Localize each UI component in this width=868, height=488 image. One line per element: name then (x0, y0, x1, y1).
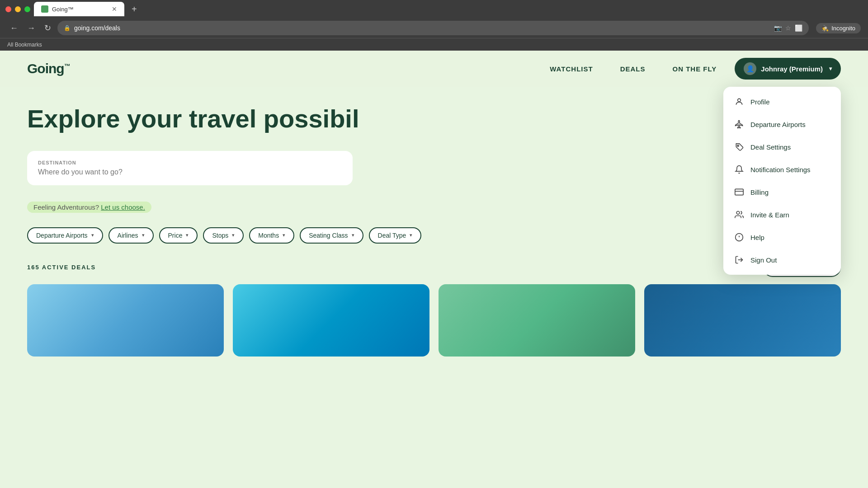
browser-chrome: Going™ ✕ + ← → ↻ 🔒 going.com/deals 📷 ☆ ⬜… (0, 0, 868, 51)
logo-text: Going™ (27, 61, 70, 76)
dropdown-departure-airports-label: Departure Airports (750, 121, 806, 128)
dropdown-sign-out-label: Sign Out (750, 256, 777, 264)
filter-chevron-icon: ▾ (91, 232, 94, 238)
device-icon[interactable]: ⬜ (795, 24, 802, 32)
dropdown-notification-settings-label: Notification Settings (750, 166, 811, 174)
star-icon[interactable]: ☆ (785, 24, 791, 32)
filter-chevron-icon: ▾ (232, 232, 235, 238)
user-avatar: 👤 (744, 62, 756, 75)
dropdown-help[interactable]: Help (723, 226, 841, 249)
filter-departure-airports[interactable]: Departure Airports ▾ (27, 227, 103, 244)
dropdown-departure-airports[interactable]: Departure Airports (723, 113, 841, 136)
tab-title: Going™ (52, 6, 74, 13)
reload-btn[interactable]: ↻ (42, 21, 54, 35)
browser-toolbar: ← → ↻ 🔒 going.com/deals 📷 ☆ ⬜ 🕵 Incognit… (0, 18, 868, 38)
dropdown-billing[interactable]: Billing (723, 181, 841, 203)
info-icon (734, 232, 744, 242)
tab-close-btn[interactable]: ✕ (112, 5, 117, 13)
tab-favicon (41, 5, 48, 13)
camera-off-icon: 📷 (774, 24, 782, 32)
user-menu-button[interactable]: 👤 Johnray (Premium) ▾ (735, 58, 841, 80)
search-input[interactable] (38, 168, 342, 176)
incognito-btn[interactable]: 🕵 Incognito (816, 23, 861, 33)
address-bar[interactable]: 🔒 going.com/deals 📷 ☆ ⬜ (57, 21, 809, 35)
dropdown-profile-label: Profile (750, 98, 770, 106)
filter-chevron-icon: ▾ (352, 232, 354, 238)
svg-rect-2 (735, 189, 743, 195)
dropdown-notification-settings[interactable]: Notification Settings (723, 158, 841, 181)
window-minimize-btn[interactable] (15, 6, 21, 12)
bookmarks-bar: All Bookmarks (0, 38, 868, 51)
window-close-btn[interactable] (5, 6, 11, 12)
filter-seating-class[interactable]: Seating Class ▾ (300, 227, 363, 244)
incognito-icon: 🕵 (821, 25, 829, 32)
filter-airlines[interactable]: Airlines ▾ (108, 227, 154, 244)
nav-links: WATCHLIST DEALS ON THE FLY (550, 65, 717, 73)
filter-chevron-icon: ▾ (142, 232, 145, 238)
profile-icon (734, 97, 744, 107)
svg-point-0 (738, 99, 741, 102)
filter-stops[interactable]: Stops ▾ (203, 227, 244, 244)
credit-card-icon (734, 187, 744, 197)
dropdown-invite-earn-label: Invite & Earn (750, 211, 789, 219)
svg-point-4 (736, 211, 740, 215)
filter-chevron-icon: ▾ (283, 232, 285, 238)
adventure-label: Feeling Adventurous? (33, 203, 99, 211)
window-controls (5, 6, 30, 12)
sign-out-icon (734, 255, 744, 265)
deal-card-4[interactable] (644, 284, 841, 357)
deal-cards (27, 284, 841, 357)
site-logo[interactable]: Going™ (27, 61, 70, 76)
browser-tab[interactable]: Going™ ✕ (34, 2, 124, 16)
users-icon (734, 210, 744, 220)
dropdown-billing-label: Billing (750, 188, 769, 196)
new-tab-btn[interactable]: + (128, 4, 141, 14)
user-dropdown: Profile Departure Airports Deal Settings (723, 87, 841, 275)
bookmarks-label: All Bookmarks (7, 42, 42, 48)
adventure-badge: Feeling Adventurous? Let us choose. (27, 202, 151, 213)
user-name-label: Johnray (Premium) (761, 65, 823, 73)
plane-icon (734, 119, 744, 129)
deal-card-3[interactable] (439, 284, 635, 357)
deal-card-1[interactable] (27, 284, 224, 357)
bell-icon (734, 164, 744, 174)
site-nav: Going™ WATCHLIST DEALS ON THE FLY 👤 John… (0, 51, 868, 87)
page-content: Going™ WATCHLIST DEALS ON THE FLY 👤 John… (0, 51, 868, 488)
dropdown-deal-settings-label: Deal Settings (750, 143, 791, 151)
lock-icon: 🔒 (64, 25, 71, 31)
filter-deal-type[interactable]: Deal Type ▾ (369, 227, 422, 244)
tag-icon (734, 142, 744, 152)
dropdown-help-label: Help (750, 234, 764, 241)
svg-point-1 (737, 145, 739, 146)
filter-price[interactable]: Price ▾ (159, 227, 198, 244)
browser-titlebar: Going™ ✕ + (0, 0, 868, 18)
dropdown-profile[interactable]: Profile (723, 90, 841, 113)
search-label: DESTINATION (38, 160, 342, 165)
dropdown-invite-earn[interactable]: Invite & Earn (723, 203, 841, 226)
hero-title: Explore your travel possibil (27, 105, 841, 133)
filter-chevron-icon: ▾ (186, 232, 189, 238)
deal-card-2[interactable] (233, 284, 429, 357)
address-url: going.com/deals (74, 24, 770, 32)
filter-months[interactable]: Months ▾ (249, 227, 294, 244)
dropdown-deal-settings[interactable]: Deal Settings (723, 136, 841, 158)
search-bar: DESTINATION (27, 151, 353, 185)
incognito-label: Incognito (831, 25, 855, 32)
forward-btn[interactable]: → (24, 22, 38, 35)
deals-count: 165 ACTIVE DEALS (27, 264, 96, 271)
nav-watchlist[interactable]: WATCHLIST (550, 65, 593, 73)
filter-chevron-icon: ▾ (410, 232, 412, 238)
adventure-link[interactable]: Let us choose. (101, 203, 145, 211)
address-bar-icons: 📷 ☆ ⬜ (774, 24, 802, 32)
deals-header: 165 ACTIVE DEALS Sort by Featured ▾ (27, 258, 841, 277)
chevron-down-icon: ▾ (829, 66, 832, 72)
nav-on-the-fly[interactable]: ON THE FLY (673, 65, 717, 73)
toolbar-right: 🕵 Incognito (816, 23, 861, 33)
back-btn[interactable]: ← (7, 22, 21, 35)
dropdown-sign-out[interactable]: Sign Out (723, 249, 841, 271)
nav-deals[interactable]: DEALS (620, 65, 646, 73)
window-maximize-btn[interactable] (24, 6, 30, 12)
